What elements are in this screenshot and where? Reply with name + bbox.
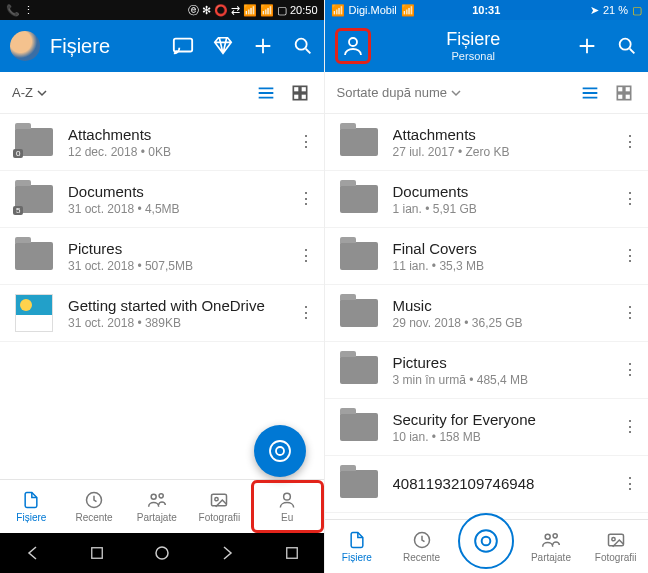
view-list-icon[interactable]: [252, 79, 280, 107]
location-icon: ➤: [590, 4, 599, 17]
list-item[interactable]: Final Covers 11 ian. • 35,3 MB ⋮: [325, 228, 649, 285]
more-icon[interactable]: ⋮: [294, 305, 318, 321]
search-icon[interactable]: [292, 35, 314, 57]
battery-icon: ▢: [632, 4, 642, 17]
more-icon[interactable]: ⋮: [618, 134, 642, 150]
diamond-icon[interactable]: [212, 35, 234, 57]
folder-icon: [337, 238, 381, 274]
more-icon[interactable]: ⋮: [618, 476, 642, 492]
profile-button[interactable]: [335, 28, 371, 64]
more-icon[interactable]: ⋮: [618, 191, 642, 207]
list-item[interactable]: Documents 1 ian. • 5,91 GB ⋮: [325, 171, 649, 228]
nav-icon: [347, 530, 367, 550]
item-name: Documents: [393, 183, 619, 200]
cast-icon[interactable]: [172, 35, 194, 57]
item-meta: 31 oct. 2018 • 389KB: [68, 316, 294, 330]
list-item[interactable]: Getting started with OneDrive 31 oct. 20…: [0, 285, 324, 342]
sort-bar: A-Z: [0, 72, 324, 114]
svg-rect-20: [617, 93, 623, 99]
item-name: 40811932109746948: [393, 475, 619, 492]
svg-rect-15: [287, 548, 298, 559]
more-icon[interactable]: ⋮: [618, 248, 642, 264]
status-time: 10:31: [472, 4, 500, 16]
nav-partajate[interactable]: Partajate: [125, 480, 188, 533]
list-item[interactable]: Pictures 3 min în urmă • 485,4 MB ⋮: [325, 342, 649, 399]
status-bar: 📞 ⋮ ⓔ ✻ ⭕ ⇄ 📶 📶 ▢ 20:50: [0, 0, 324, 20]
sort-dropdown[interactable]: Sortate după nume: [337, 85, 462, 100]
menu-key[interactable]: [219, 545, 235, 561]
item-name: Security for Everyone: [393, 411, 619, 428]
back-key[interactable]: [25, 545, 41, 561]
status-left: 📞 ⋮: [6, 4, 34, 17]
bottom-nav: Fișiere Recente Partajate Fotografii: [325, 519, 649, 573]
item-name: Music: [393, 297, 619, 314]
plus-icon[interactable]: [576, 35, 598, 57]
svg-point-12: [284, 493, 291, 500]
list-item[interactable]: Security for Everyone 10 ian. • 158 MB ⋮: [325, 399, 649, 456]
more-icon[interactable]: ⋮: [294, 191, 318, 207]
view-grid-icon[interactable]: [286, 79, 314, 107]
app-bar: Fișiere: [0, 20, 324, 72]
view-grid-icon[interactable]: [610, 79, 638, 107]
more-icon[interactable]: ⋮: [618, 419, 642, 435]
nav-eu[interactable]: Eu: [251, 480, 324, 533]
svg-point-1: [295, 39, 306, 50]
nav-label: Fotografii: [199, 512, 241, 523]
svg-rect-2: [293, 86, 299, 92]
more-icon[interactable]: ⋮: [618, 362, 642, 378]
folder-icon: [337, 352, 381, 388]
item-meta: 11 ian. • 35,3 MB: [393, 259, 619, 273]
item-name: Getting started with OneDrive: [68, 297, 294, 314]
item-meta: 10 ian. • 158 MB: [393, 430, 619, 444]
nav-partajate[interactable]: Partajate: [519, 520, 584, 573]
nav-label: Fișiere: [16, 512, 46, 523]
svg-point-14: [156, 547, 168, 559]
list-item[interactable]: 5 Documents 31 oct. 2018 • 4,5MB ⋮: [0, 171, 324, 228]
recent-key[interactable]: [90, 546, 104, 560]
item-name: Attachments: [68, 126, 294, 143]
nav-recente[interactable]: Recente: [389, 520, 454, 573]
item-name: Final Covers: [393, 240, 619, 257]
nav-recente[interactable]: Recente: [63, 480, 126, 533]
nav-icon: [541, 530, 561, 550]
more-icon[interactable]: ⋮: [294, 248, 318, 264]
folder-icon: 5: [12, 181, 56, 217]
plus-icon[interactable]: [252, 35, 274, 57]
folder-icon: [12, 238, 56, 274]
search-icon[interactable]: [616, 35, 638, 57]
file-list: 0 Attachments 12 dec. 2018 • 0KB ⋮ 5 Doc…: [0, 114, 324, 479]
nav-icon: [84, 490, 104, 510]
nav-fișiere[interactable]: Fișiere: [325, 520, 390, 573]
nav-fotografii[interactable]: Fotografii: [583, 520, 648, 573]
overview-key[interactable]: [285, 546, 299, 560]
svg-rect-3: [300, 86, 306, 92]
svg-point-25: [553, 534, 557, 538]
more-icon[interactable]: ⋮: [294, 134, 318, 150]
scan-fab[interactable]: [254, 425, 306, 477]
nav-label: Recente: [403, 552, 440, 563]
folder-icon: [337, 409, 381, 445]
nav-fișiere[interactable]: Fișiere: [0, 480, 63, 533]
avatar[interactable]: [10, 31, 40, 61]
view-list-icon[interactable]: [576, 79, 604, 107]
svg-rect-5: [300, 93, 306, 99]
nav-label: Recente: [75, 512, 112, 523]
home-key[interactable]: [154, 545, 170, 561]
list-item[interactable]: 0 Attachments 12 dec. 2018 • 0KB ⋮: [0, 114, 324, 171]
nav-icon: [209, 490, 229, 510]
nav-scan[interactable]: [454, 520, 519, 573]
folder-icon: [337, 295, 381, 331]
list-item[interactable]: Music 29 nov. 2018 • 36,25 GB ⋮: [325, 285, 649, 342]
more-icon[interactable]: ⋮: [618, 305, 642, 321]
nav-label: Eu: [281, 512, 293, 523]
sort-dropdown[interactable]: A-Z: [12, 85, 47, 100]
list-item[interactable]: 40811932109746948 ⋮: [325, 456, 649, 513]
wifi-icon: 📶: [401, 4, 415, 17]
list-item[interactable]: Attachments 27 iul. 2017 • Zero KB ⋮: [325, 114, 649, 171]
nav-fotografii[interactable]: Fotografii: [188, 480, 251, 533]
page-title: Fișiere: [50, 35, 162, 58]
list-item[interactable]: Pictures 31 oct. 2018 • 507,5MB ⋮: [0, 228, 324, 285]
svg-point-16: [349, 38, 357, 46]
svg-point-6: [276, 447, 284, 455]
item-meta: 3 min în urmă • 485,4 MB: [393, 373, 619, 387]
